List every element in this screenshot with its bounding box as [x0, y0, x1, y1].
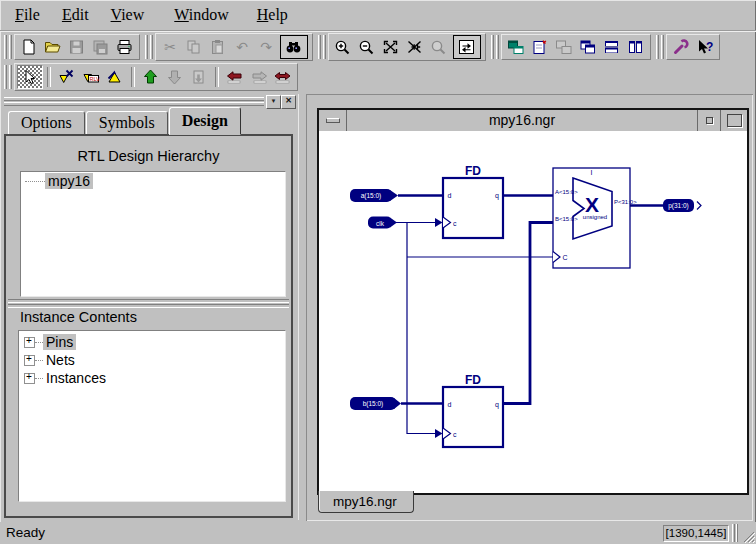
menu-view[interactable]: View — [102, 0, 154, 30]
new-document-icon — [20, 39, 38, 55]
expand-plus-icon[interactable] — [24, 373, 35, 384]
instance-contents-tree[interactable]: Pins Nets Instances — [18, 330, 286, 502]
undo-button[interactable]: ↶ — [230, 36, 254, 58]
schematic-canvas[interactable]: a(15:0) clk b(15:0) — [319, 131, 747, 493]
tab-symbols[interactable]: Symbols — [86, 111, 168, 135]
menu-window[interactable]: Window — [165, 0, 237, 30]
save-icon — [68, 39, 86, 55]
open-button[interactable] — [41, 36, 65, 58]
tree-item-instances[interactable]: Instances — [19, 369, 285, 387]
hierarchy-down-icon — [166, 69, 184, 85]
view-rtl-schematic-button[interactable] — [55, 66, 79, 88]
tree-connector — [35, 378, 43, 379]
pin-P-label: P<31:0> — [614, 199, 637, 205]
tools-toolbar-group: ? — [666, 34, 720, 60]
schematic-window-titlebar[interactable]: mpy16.ngr — [319, 110, 747, 131]
paste-button[interactable] — [206, 36, 230, 58]
port-p[interactable]: p(31:0) — [663, 199, 701, 212]
hierarchy-up-button[interactable] — [139, 66, 163, 88]
back-forward-icon — [274, 69, 292, 85]
menu-file[interactable]: File — [6, 0, 49, 30]
maximize-icon — [727, 114, 742, 127]
paste-icon — [209, 39, 227, 55]
instance-multiplier[interactable]: I X unsigned A<15:0> B<15:0> P<31:0> C — [553, 168, 637, 268]
schematic-window: mpy16.ngr — [317, 108, 749, 495]
toolbar-gripper[interactable] — [318, 35, 326, 59]
port-a[interactable]: a(15:0) — [350, 189, 398, 202]
select-pointer-button[interactable] — [17, 65, 43, 89]
expand-plus-icon[interactable] — [24, 337, 35, 348]
view-technology-schematic-button[interactable]: RLV — [79, 66, 103, 88]
new-hierarchy-window-button[interactable] — [504, 36, 528, 58]
context-help-button[interactable]: ? — [693, 36, 717, 58]
redo-button[interactable]: ↷ — [254, 36, 278, 58]
zoom-full-view-button[interactable] — [379, 36, 403, 58]
copy-button[interactable] — [182, 36, 206, 58]
save-button[interactable] — [65, 36, 89, 58]
minimize-button[interactable] — [697, 110, 720, 131]
cut-button[interactable]: ✂ — [158, 36, 182, 58]
tile-vertical-button[interactable] — [624, 36, 648, 58]
instance-fd-lower[interactable]: FD d q c — [435, 373, 503, 447]
pin-c-label: c — [453, 431, 457, 438]
tree-item-mpy16[interactable]: mpy16 — [21, 172, 285, 190]
view-technology-schematic-icon: RLV — [82, 69, 100, 85]
toolbar-gripper[interactable] — [4, 65, 12, 89]
redo-icon: ↷ — [260, 40, 272, 54]
customize-button[interactable] — [669, 36, 693, 58]
zoom-in-button[interactable] — [331, 36, 355, 58]
zoom-cursor-icon — [430, 39, 448, 55]
tile-horizontal-button[interactable] — [600, 36, 624, 58]
zoom-out-button[interactable] — [355, 36, 379, 58]
copy-icon — [185, 39, 203, 55]
dock-gripper[interactable] — [4, 96, 264, 107]
main-toolbar: ✂ ↶ ↷ — [2, 32, 723, 61]
menu-help[interactable]: Help — [248, 0, 297, 30]
zoom-full-view-icon — [382, 39, 400, 55]
instance-fd-upper[interactable]: FD d q c — [435, 164, 503, 238]
zoom-selection-button[interactable] — [403, 36, 427, 58]
window-menu-button[interactable] — [319, 110, 347, 131]
print-button[interactable] — [113, 36, 137, 58]
new-sheet-button[interactable] — [528, 36, 552, 58]
refresh-button[interactable] — [453, 35, 481, 59]
hierarchy-down-button[interactable] — [163, 66, 187, 88]
mdi-client-area: mpy16.ngr — [306, 94, 753, 521]
toolbar-gripper[interactable] — [491, 35, 499, 59]
save-all-button[interactable] — [89, 36, 113, 58]
resize-grip-icon[interactable] — [742, 530, 755, 543]
dock-close-button[interactable] — [281, 95, 296, 109]
tab-design[interactable]: Design — [169, 107, 241, 135]
pin-A-label: A<15:0> — [555, 189, 578, 195]
dock-menu-button[interactable] — [266, 95, 281, 109]
instance-multiplier-label: I — [591, 169, 593, 176]
forward-button[interactable] — [247, 66, 271, 88]
pin-d-label: d — [448, 401, 452, 408]
view-critical-path-icon — [106, 69, 124, 85]
tree-item-nets[interactable]: Nets — [19, 351, 285, 369]
maximize-button[interactable] — [720, 110, 747, 131]
hierarchy-view-button[interactable] — [552, 36, 576, 58]
port-b[interactable]: b(15:0) — [350, 397, 401, 410]
design-dock-panel: Options Symbols Design RTL Design Hierar… — [2, 94, 298, 520]
new-document-button[interactable] — [17, 36, 41, 58]
hierarchy-list[interactable]: mpy16 — [20, 171, 286, 297]
expand-plus-icon[interactable] — [24, 355, 35, 366]
back-button[interactable] — [223, 66, 247, 88]
toolbar-gripper[interactable] — [145, 35, 153, 59]
toolbar-gripper[interactable] — [656, 35, 664, 59]
tree-item-pins[interactable]: Pins — [19, 333, 285, 351]
svg-text:?: ? — [706, 40, 713, 54]
port-clk[interactable]: clk — [368, 217, 397, 229]
find-button[interactable] — [280, 35, 308, 59]
document-tab-mpy16[interactable]: mpy16.ngr — [318, 491, 414, 513]
tab-options[interactable]: Options — [8, 111, 85, 135]
toolbar-gripper[interactable] — [4, 35, 12, 59]
menu-edit[interactable]: Edit — [53, 0, 98, 30]
window-toolbar-group — [501, 34, 651, 60]
cascade-windows-button[interactable] — [576, 36, 600, 58]
view-critical-path-button[interactable] — [103, 66, 127, 88]
goto-sheet-button[interactable] — [187, 66, 211, 88]
back-forward-button[interactable] — [271, 66, 295, 88]
zoom-cursor-button[interactable] — [427, 36, 451, 58]
